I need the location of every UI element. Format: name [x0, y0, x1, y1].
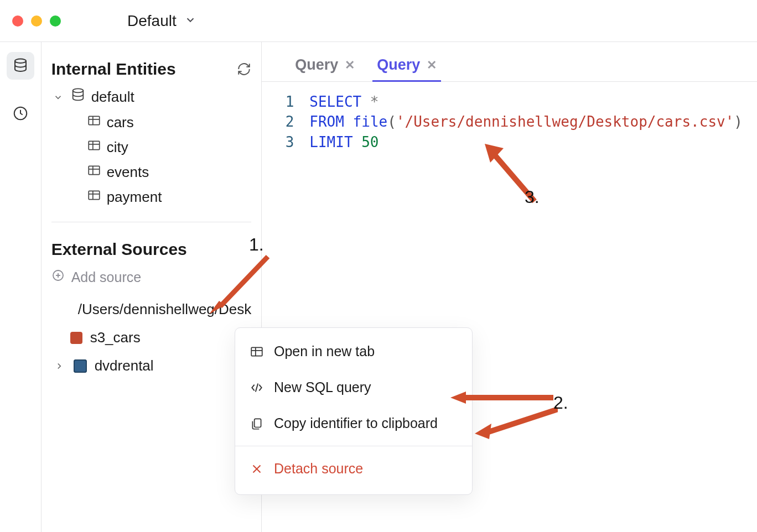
traffic-lights	[12, 15, 61, 27]
nav-rail	[0, 42, 42, 532]
sidebar: Internal Entities	[42, 42, 262, 532]
code-line-2: FROM file('/Users/dennishellweg/Desktop/…	[309, 112, 743, 132]
close-icon[interactable]: ✕	[427, 58, 437, 72]
tab-label: Query	[377, 56, 420, 74]
menu-separator	[235, 446, 472, 446]
nav-history[interactable]	[7, 100, 34, 127]
table-item-city[interactable]: city	[51, 135, 252, 160]
nav-databases[interactable]	[7, 52, 34, 80]
svg-point-2	[72, 88, 83, 92]
svg-rect-9	[89, 166, 100, 174]
menu-label: Detach source	[274, 461, 363, 477]
svg-line-21	[256, 383, 258, 392]
tab-query-1[interactable]: Query ✕	[293, 52, 357, 81]
code-line-1: SELECT *	[309, 92, 378, 112]
table-label: city	[107, 139, 128, 156]
s3-icon	[70, 332, 82, 344]
menu-label: New SQL query	[274, 379, 371, 395]
table-icon	[87, 113, 101, 132]
add-source-button[interactable]: Add source	[51, 264, 252, 295]
gutter: 2	[276, 112, 309, 132]
svg-rect-3	[89, 116, 100, 124]
tab-label: Query	[295, 56, 338, 74]
table-icon	[87, 138, 101, 157]
menu-open-in-new-tab[interactable]: Open in new tab	[235, 333, 472, 369]
plus-circle-icon	[51, 269, 65, 285]
table-icon	[87, 163, 101, 181]
chevron-right-icon	[53, 361, 66, 371]
source-item-file[interactable]: /Users/dennishellweg/Desk	[51, 295, 252, 324]
svg-rect-6	[89, 141, 100, 149]
db-tree-item-default[interactable]: default	[51, 84, 252, 110]
svg-rect-12	[89, 191, 100, 199]
table-item-events[interactable]: events	[51, 160, 252, 185]
tab-query-2[interactable]: Query ✕	[375, 52, 439, 81]
table-icon	[87, 188, 101, 206]
db-label: default	[91, 88, 134, 106]
gutter: 1	[276, 92, 309, 112]
context-menu: Open in new tab New SQL query Copy ident…	[235, 327, 473, 495]
source-item-s3[interactable]: s3_cars	[51, 324, 252, 352]
code-line-3: LIMIT 50	[309, 132, 378, 152]
source-label: dvdrental	[95, 357, 154, 374]
project-name: Default	[127, 12, 177, 30]
maximize-window-button[interactable]	[50, 15, 61, 27]
menu-label: Copy identifier to clipboard	[274, 415, 438, 431]
close-window-button[interactable]	[12, 15, 23, 27]
menu-detach-source[interactable]: Detach source	[235, 451, 472, 487]
annotation-label-3: 3.	[525, 187, 540, 207]
project-dropdown[interactable]: Default	[127, 12, 196, 30]
tab-bar: Query ✕ Query ✕	[262, 42, 757, 82]
source-label: s3_cars	[90, 329, 141, 346]
database-icon	[70, 87, 86, 107]
external-sources-title: External Sources	[51, 240, 187, 259]
table-item-payment[interactable]: payment	[51, 185, 252, 210]
svg-point-0	[15, 59, 26, 64]
close-icon[interactable]: ✕	[345, 58, 355, 72]
internal-entities-title: Internal Entities	[51, 60, 176, 79]
chevron-down-icon	[184, 12, 196, 30]
menu-copy-identifier[interactable]: Copy identifier to clipboard	[235, 405, 472, 441]
menu-new-sql-query[interactable]: New SQL query	[235, 369, 472, 405]
source-item-postgres[interactable]: dvdrental	[51, 352, 252, 380]
code-editor[interactable]: 1 SELECT * 2 FROM file('/Users/dennishel…	[262, 82, 757, 162]
gutter: 3	[276, 132, 309, 152]
menu-label: Open in new tab	[274, 343, 375, 359]
minimize-window-button[interactable]	[31, 15, 42, 27]
table-label: payment	[107, 189, 162, 206]
svg-rect-18	[251, 347, 262, 356]
table-label: cars	[107, 114, 134, 131]
annotation-label-1: 1.	[249, 234, 264, 255]
add-source-label: Add source	[71, 269, 141, 285]
annotation-label-2: 2.	[553, 393, 568, 413]
table-label: events	[107, 164, 149, 181]
postgres-icon	[74, 359, 87, 373]
titlebar: Default	[0, 0, 757, 42]
svg-rect-22	[255, 419, 261, 427]
table-item-cars[interactable]: cars	[51, 110, 252, 135]
source-label: /Users/dennishellweg/Desk	[78, 301, 252, 318]
refresh-button[interactable]	[237, 62, 251, 76]
chevron-down-icon	[51, 92, 65, 102]
